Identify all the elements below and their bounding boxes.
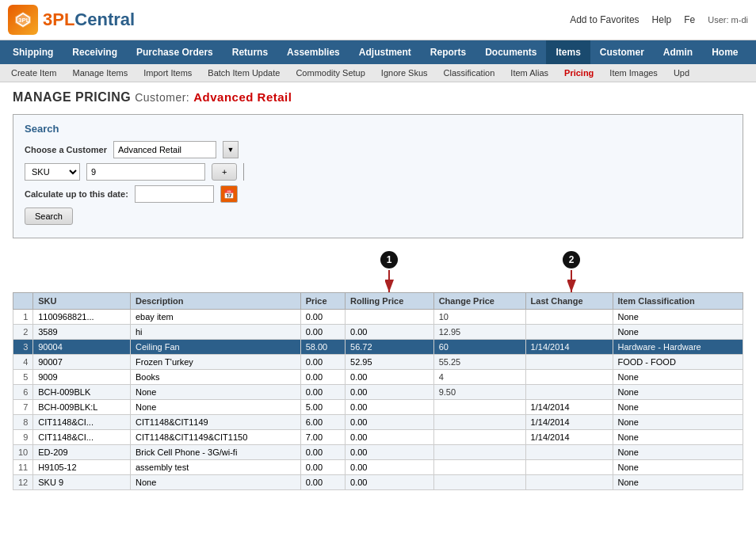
- table-row[interactable]: 9 CIT1148&CI... CIT1148&CIT1149&CIT1150 …: [13, 430, 743, 445]
- cell-price: 5.00: [300, 400, 345, 415]
- cell-change-price[interactable]: [433, 430, 525, 445]
- table-row[interactable]: 3 90004 Ceiling Fan 58.00 56.72 1/14/201…: [13, 340, 743, 355]
- nav-returns[interactable]: Returns: [223, 40, 277, 64]
- cell-description: ebay item: [131, 310, 301, 325]
- customer-dropdown-caret[interactable]: ▼: [223, 141, 239, 158]
- cell-classification: None: [613, 415, 743, 430]
- add-button[interactable]: +: [212, 163, 237, 181]
- table-row[interactable]: 10 ED-209 Brick Cell Phone - 3G/wi-fi 0.…: [13, 445, 743, 460]
- cell-last-change: [525, 325, 613, 340]
- date-input[interactable]: [135, 185, 214, 203]
- cell-classification: None: [613, 385, 743, 400]
- search-section: Search Choose a Customer ▼ SKU + Calcula…: [13, 114, 743, 238]
- cell-classification: None: [613, 310, 743, 325]
- cell-change-price[interactable]: [433, 475, 525, 490]
- cell-description: Ceiling Fan: [131, 340, 301, 355]
- cell-change-price[interactable]: [433, 400, 525, 415]
- subnav-import-items[interactable]: Import Items: [136, 64, 200, 82]
- cell-last-change: [525, 355, 613, 370]
- cell-classification: None: [613, 400, 743, 415]
- col-sku: SKU: [33, 293, 131, 310]
- nav-shipping[interactable]: Shipping: [3, 40, 63, 64]
- fe-link[interactable]: Fe: [684, 14, 695, 25]
- cell-change-price[interactable]: [433, 460, 525, 475]
- cell-change-price[interactable]: [433, 310, 525, 325]
- nav-assemblies[interactable]: Assemblies: [277, 40, 349, 64]
- nav-items[interactable]: Items: [546, 40, 590, 64]
- cell-change-price[interactable]: [433, 325, 525, 340]
- subnav-upd[interactable]: Upd: [666, 64, 697, 82]
- cell-description: None: [131, 475, 301, 490]
- table-row[interactable]: 12 SKU 9 None 0.00 0.00 None: [13, 475, 743, 490]
- separator: [243, 163, 244, 181]
- customer-input[interactable]: [113, 141, 216, 158]
- cell-price: 0.00: [300, 355, 345, 370]
- sub-nav: Create Item Manage Items Import Items Ba…: [0, 64, 756, 82]
- cell-description: CIT1148&CIT1149: [131, 415, 301, 430]
- table-row[interactable]: 2 3589 hi 0.00 0.00 None: [13, 325, 743, 340]
- svg-text:3PL: 3PL: [18, 17, 30, 24]
- nav-customer[interactable]: Customer: [590, 40, 654, 64]
- table-row[interactable]: 1 1100968821... ebay item 0.00 None: [13, 310, 743, 325]
- table-row[interactable]: 11 H9105-12 assembly test 0.00 0.00 None: [13, 460, 743, 475]
- subnav-batch-item-update[interactable]: Batch Item Update: [200, 64, 288, 82]
- cell-change-price[interactable]: [433, 355, 525, 370]
- nav-documents[interactable]: Documents: [475, 40, 546, 64]
- table-body: 1 1100968821... ebay item 0.00 None 2 35…: [13, 310, 743, 490]
- cell-change-price[interactable]: [433, 415, 525, 430]
- nav-admin[interactable]: Admin: [654, 40, 702, 64]
- nav-adjustment[interactable]: Adjustment: [349, 40, 421, 64]
- cell-rolling-price: 0.00: [346, 400, 434, 415]
- nav-home[interactable]: Home: [702, 40, 747, 64]
- table-row[interactable]: 5 9009 Books 0.00 0.00 None: [13, 370, 743, 385]
- sku-type-select[interactable]: SKU: [25, 163, 80, 181]
- cell-last-change: [525, 310, 613, 325]
- cell-change-price[interactable]: [433, 340, 525, 355]
- table-row[interactable]: 4 90007 Frozen T'urkey 0.00 52.95 FOOD -…: [13, 355, 743, 370]
- cell-rolling-price: 0.00: [346, 385, 434, 400]
- cell-rolling-price: 0.00: [346, 415, 434, 430]
- customer-row: Choose a Customer ▼: [25, 141, 731, 158]
- table-row[interactable]: 6 BCH-009BLK None 0.00 0.00 None: [13, 385, 743, 400]
- cell-change-price[interactable]: [433, 370, 525, 385]
- cell-rolling-price: 0.00: [346, 445, 434, 460]
- cell-classification: None: [613, 325, 743, 340]
- subnav-create-item[interactable]: Create Item: [3, 64, 64, 82]
- cell-price: 0.00: [300, 385, 345, 400]
- table-header: SKU Description Price Rolling Price Chan…: [13, 293, 743, 310]
- nav-reports[interactable]: Reports: [421, 40, 475, 64]
- subnav-classification[interactable]: Classification: [436, 64, 503, 82]
- cell-change-price[interactable]: [433, 445, 525, 460]
- subnav-item-images[interactable]: Item Images: [601, 64, 666, 82]
- subnav-ignore-skus[interactable]: Ignore Skus: [373, 64, 436, 82]
- subnav-commodity-setup[interactable]: Commodity Setup: [288, 64, 372, 82]
- col-description: Description: [131, 293, 301, 310]
- row-num: 1: [13, 310, 33, 325]
- cell-price: 58.00: [300, 340, 345, 355]
- col-price: Price: [300, 293, 345, 310]
- cell-sku: 9009: [33, 370, 131, 385]
- cell-description: None: [131, 400, 301, 415]
- cell-price: 0.00: [300, 475, 345, 490]
- add-to-favorites-link[interactable]: Add to Favorites: [570, 14, 639, 25]
- col-change-price: Change Price: [433, 293, 525, 310]
- subnav-item-alias[interactable]: Item Alias: [502, 64, 556, 82]
- cell-last-change: [525, 445, 613, 460]
- nav-receiving[interactable]: Receiving: [63, 40, 127, 64]
- cell-price: 0.00: [300, 445, 345, 460]
- nav-purchase-orders[interactable]: Purchase Orders: [127, 40, 223, 64]
- cell-last-change: 1/14/2014: [525, 430, 613, 445]
- sku-row: SKU +: [25, 163, 731, 181]
- cell-sku: H9105-12: [33, 460, 131, 475]
- subnav-manage-items[interactable]: Manage Items: [64, 64, 136, 82]
- subnav-pricing[interactable]: Pricing: [556, 64, 601, 82]
- sku-input[interactable]: [86, 163, 205, 181]
- calendar-icon[interactable]: 📅: [220, 185, 238, 203]
- help-link[interactable]: Help: [652, 14, 672, 25]
- table-row[interactable]: 8 CIT1148&CI... CIT1148&CIT1149 6.00 0.0…: [13, 415, 743, 430]
- cell-rolling-price: 0.00: [346, 325, 434, 340]
- table-row[interactable]: 7 BCH-009BLK:L None 5.00 0.00 1/14/2014 …: [13, 400, 743, 415]
- search-button[interactable]: Search: [25, 207, 73, 225]
- cell-change-price[interactable]: [433, 385, 525, 400]
- top-header: 3PL 3PLCentral Add to Favorites Help Fe …: [0, 0, 756, 40]
